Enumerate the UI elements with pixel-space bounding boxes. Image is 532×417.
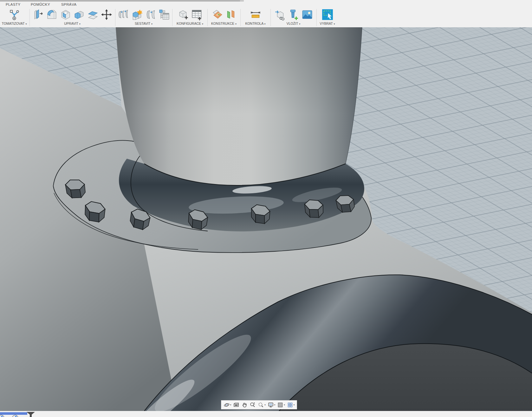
as-built-joint-button[interactable] bbox=[145, 9, 157, 21]
orbit-button[interactable]: ▾ bbox=[223, 401, 232, 409]
bom-icon bbox=[158, 9, 170, 21]
insert-image-icon bbox=[301, 9, 313, 21]
select-icon bbox=[321, 8, 334, 21]
midplane-button[interactable] bbox=[225, 9, 237, 21]
toolbar-group-kontrola: KONTROLA ▾ bbox=[241, 8, 270, 27]
group-label-konfigurace[interactable]: KONFIGURACE ▾ bbox=[172, 22, 207, 25]
toolbar-group-konstrukce: KONSTRUKCE ▾ bbox=[208, 8, 240, 27]
move-icon bbox=[101, 9, 113, 21]
generative-design-button[interactable] bbox=[8, 9, 20, 21]
viewports-button[interactable]: ▾ bbox=[286, 401, 295, 409]
toolbar-group-automatizovat: TOMATIZOVAT ▾ bbox=[0, 8, 29, 27]
toolbar-group-konfigurace: KONFIGURACE ▾ bbox=[172, 8, 207, 27]
tab-sprava[interactable]: SPRÁVA bbox=[61, 3, 76, 6]
insert-derive-icon bbox=[274, 9, 286, 21]
configuration-table-button[interactable] bbox=[191, 9, 203, 21]
offset-face-button[interactable] bbox=[87, 9, 99, 21]
tab-pomucky[interactable]: POMŮCKY bbox=[31, 3, 50, 6]
group-label-kontrola[interactable]: KONTROLA ▾ bbox=[241, 22, 270, 25]
view-navigation-bar: ▾ ▾ ▾ ▾ bbox=[221, 400, 297, 409]
fit-button[interactable]: ▾ bbox=[257, 401, 266, 409]
look-at-button[interactable] bbox=[232, 401, 240, 409]
tube-top-shading bbox=[116, 27, 362, 185]
group-label-automatizovat[interactable]: TOMATIZOVAT ▾ bbox=[0, 22, 29, 25]
select-button[interactable] bbox=[321, 9, 334, 21]
insert-fastener-button[interactable] bbox=[288, 9, 300, 21]
configuration-table-icon bbox=[191, 9, 203, 21]
toolbar-tab-bar: PLASTY POMŮCKY SPRÁVA bbox=[0, 2, 532, 8]
bom-button[interactable] bbox=[158, 9, 170, 21]
combine-icon bbox=[73, 9, 85, 21]
main-toolbar: TOMATIZOVAT ▾ bbox=[0, 8, 532, 28]
group-label-vybrat[interactable]: VYBRAT ▾ bbox=[317, 22, 338, 25]
zoom-button[interactable] bbox=[249, 401, 256, 409]
shell-icon bbox=[60, 9, 72, 21]
combine-button[interactable] bbox=[73, 9, 85, 21]
midplane-icon bbox=[225, 9, 237, 21]
insert-image-button[interactable] bbox=[301, 9, 313, 21]
timeline-progress-bar[interactable] bbox=[0, 412, 27, 415]
timeline-playhead-stem bbox=[30, 415, 32, 417]
joint-icon bbox=[117, 9, 129, 21]
measure-button[interactable] bbox=[250, 9, 262, 21]
grid-settings-icon bbox=[277, 402, 283, 408]
display-settings-button[interactable]: ▾ bbox=[267, 401, 276, 409]
tab-plasty[interactable]: PLASTY bbox=[6, 3, 21, 6]
pan-icon bbox=[241, 402, 248, 408]
timeline-feature-icon[interactable] bbox=[0, 415, 4, 417]
press-pull-button[interactable] bbox=[32, 9, 44, 21]
configure-button[interactable] bbox=[177, 9, 189, 21]
viewports-icon bbox=[287, 402, 293, 408]
toolbar-group-vybrat: VYBRAT ▾ bbox=[317, 8, 338, 27]
fillet-button[interactable] bbox=[46, 9, 58, 21]
offset-plane-icon bbox=[211, 9, 223, 21]
generative-design-icon bbox=[8, 9, 20, 21]
timeline-feature-icon[interactable] bbox=[12, 415, 18, 417]
offset-face-icon bbox=[87, 9, 99, 21]
toolbar-group-vlozit: VLOŽIT ▾ bbox=[271, 8, 316, 27]
look-at-icon bbox=[233, 402, 239, 408]
display-settings-icon bbox=[268, 402, 274, 408]
measure-icon bbox=[250, 9, 262, 21]
group-label-sestavit[interactable]: SESTAVIT ▾ bbox=[115, 22, 172, 25]
grid-settings-button[interactable]: ▾ bbox=[276, 401, 286, 409]
viewport-canvas[interactable] bbox=[0, 27, 532, 411]
fillet-icon bbox=[46, 9, 58, 21]
as-built-joint-icon bbox=[145, 9, 157, 21]
group-label-upravit[interactable]: UPRAVIT ▾ bbox=[30, 22, 115, 25]
toolbar-group-sestavit: SESTAVIT ▾ bbox=[115, 8, 172, 27]
toolbar-group-upravit: UPRAVIT ▾ bbox=[30, 8, 115, 27]
group-label-vlozit[interactable]: VLOŽIT ▾ bbox=[271, 22, 316, 25]
move-copy-button[interactable] bbox=[101, 9, 113, 21]
new-component-button[interactable] bbox=[131, 9, 143, 21]
timeline-strip bbox=[0, 411, 532, 417]
insert-derive-button[interactable] bbox=[274, 9, 286, 21]
fusion360-window: { "ui": { "caret": "▾" }, "tabs": { "ite… bbox=[0, 0, 532, 417]
group-label-konstrukce[interactable]: KONSTRUKCE ▾ bbox=[208, 22, 240, 25]
joint-button[interactable] bbox=[117, 9, 129, 21]
configure-icon bbox=[177, 9, 189, 21]
insert-fastener-icon bbox=[288, 9, 300, 21]
offset-plane-button[interactable] bbox=[211, 9, 223, 21]
pan-button[interactable] bbox=[241, 401, 248, 409]
shell-button[interactable] bbox=[60, 9, 72, 21]
orbit-icon bbox=[224, 402, 230, 408]
press-pull-icon bbox=[32, 9, 44, 21]
zoom-icon bbox=[250, 402, 256, 408]
new-component-icon bbox=[131, 9, 143, 21]
zoom-window-icon bbox=[258, 402, 264, 408]
